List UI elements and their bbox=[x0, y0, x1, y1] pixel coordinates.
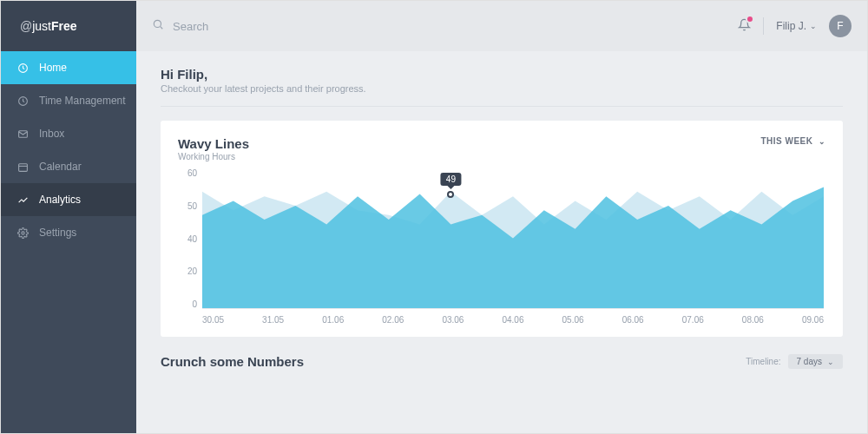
sidebar-item-label: Home bbox=[39, 62, 67, 74]
nav: HomeTime ManagementInboxCalendarAnalytic… bbox=[1, 51, 136, 249]
sidebar-item-time-management[interactable]: Time Management bbox=[1, 84, 136, 117]
main: Filip J. ⌄ F Hi Filip, Checkout your lat… bbox=[136, 1, 867, 433]
sidebar-item-settings[interactable]: Settings bbox=[1, 216, 136, 249]
content: Hi Filip, Checkout your latest projects … bbox=[136, 51, 867, 433]
divider bbox=[763, 17, 764, 35]
svg-point-5 bbox=[21, 231, 23, 233]
brand-free: Free bbox=[51, 19, 77, 33]
timeline-label: Timeline: bbox=[746, 357, 780, 366]
card-subtitle: Working Hours bbox=[178, 152, 249, 161]
range-label: THIS WEEK bbox=[760, 136, 812, 146]
sidebar-item-label: Analytics bbox=[39, 194, 81, 206]
timeline-value: 7 days bbox=[797, 357, 822, 366]
sidebar-item-label: Settings bbox=[39, 227, 76, 239]
sidebar-item-label: Inbox bbox=[39, 128, 64, 140]
chart-plot: 49 bbox=[202, 168, 824, 309]
user-menu[interactable]: Filip J. ⌄ bbox=[776, 20, 817, 32]
chevron-down-icon: ⌄ bbox=[827, 358, 834, 366]
card-title: Wavy Lines bbox=[178, 136, 249, 151]
dashboard-icon bbox=[16, 62, 29, 74]
sidebar: @justFree HomeTime ManagementInboxCalend… bbox=[1, 1, 136, 433]
search[interactable] bbox=[152, 18, 738, 34]
range-selector[interactable]: THIS WEEK ⌄ bbox=[760, 136, 825, 146]
chart-tooltip: 49 bbox=[441, 173, 461, 186]
search-input[interactable] bbox=[173, 20, 364, 33]
sidebar-item-analytics[interactable]: Analytics bbox=[1, 183, 136, 216]
sidebar-item-label: Calendar bbox=[39, 161, 82, 173]
brand-just: just bbox=[32, 19, 51, 33]
sidebar-item-home[interactable]: Home bbox=[1, 51, 136, 84]
sidebar-item-calendar[interactable]: Calendar bbox=[1, 150, 136, 183]
svg-point-6 bbox=[154, 20, 161, 27]
card-header: Wavy Lines Working Hours THIS WEEK ⌄ bbox=[178, 136, 825, 161]
divider bbox=[161, 106, 843, 107]
greeting: Hi Filip, Checkout your latest projects … bbox=[161, 67, 843, 94]
y-axis-labels: 605040200 bbox=[178, 168, 197, 309]
greeting-sub: Checkout your latest projects and their … bbox=[161, 83, 843, 94]
search-icon bbox=[152, 18, 164, 34]
user-name: Filip J. bbox=[776, 20, 806, 32]
topbar: Filip J. ⌄ F bbox=[136, 1, 867, 51]
notifications-button[interactable] bbox=[738, 18, 751, 35]
notification-badge bbox=[746, 15, 754, 23]
chart-highlight-point bbox=[447, 191, 454, 198]
brand-at: @ bbox=[20, 19, 32, 33]
gear-icon bbox=[16, 227, 29, 239]
section-numbers-title: Crunch some Numbers bbox=[161, 354, 304, 369]
mail-icon bbox=[16, 128, 29, 140]
chart: 605040200 49 30.0531.0501.0602.0603.0604… bbox=[178, 168, 825, 325]
clock-icon bbox=[16, 95, 29, 107]
timeline-selector[interactable]: 7 days ⌄ bbox=[788, 354, 843, 369]
topbar-right: Filip J. ⌄ F bbox=[738, 15, 852, 37]
svg-rect-3 bbox=[18, 163, 27, 171]
brand: @justFree bbox=[1, 1, 136, 51]
avatar[interactable]: F bbox=[829, 15, 852, 37]
chevron-down-icon: ⌄ bbox=[819, 137, 826, 146]
svg-line-7 bbox=[161, 27, 163, 30]
greeting-title: Hi Filip, bbox=[161, 67, 843, 82]
chart-card: Wavy Lines Working Hours THIS WEEK ⌄ 605… bbox=[161, 121, 843, 337]
timeline-control: Timeline: 7 days ⌄ bbox=[746, 354, 843, 369]
app-frame: @justFree HomeTime ManagementInboxCalend… bbox=[0, 0, 868, 434]
x-axis-labels: 30.0531.0501.0602.0603.0604.0605.0606.06… bbox=[202, 315, 824, 325]
chart-icon bbox=[16, 194, 29, 206]
sidebar-item-inbox[interactable]: Inbox bbox=[1, 117, 136, 150]
calendar-icon bbox=[16, 161, 29, 173]
section-numbers-header: Crunch some Numbers Timeline: 7 days ⌄ bbox=[161, 354, 843, 369]
sidebar-item-label: Time Management bbox=[39, 95, 126, 107]
chevron-down-icon: ⌄ bbox=[810, 22, 817, 30]
